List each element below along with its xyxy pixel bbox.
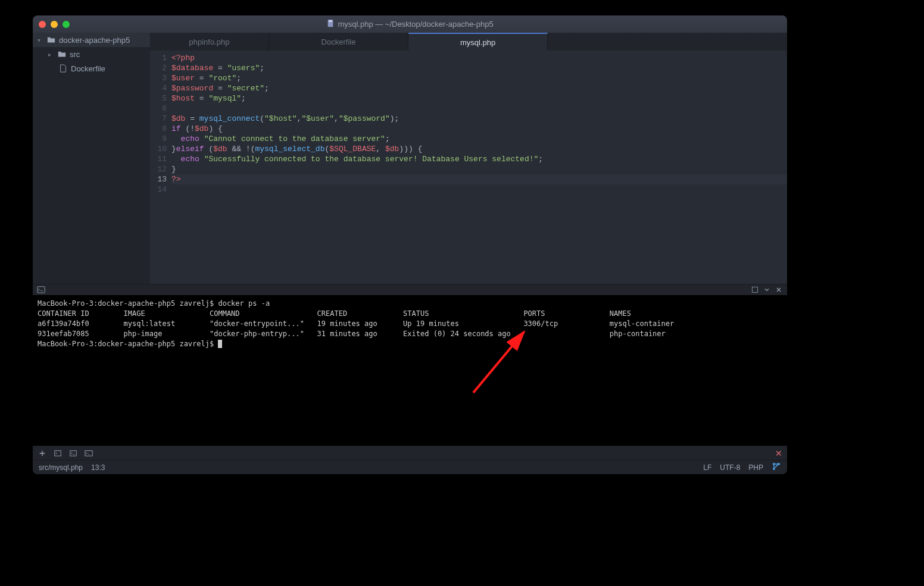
zoom-window-button[interactable]	[63, 21, 70, 28]
tab-dockerfile[interactable]: Dockerfile	[269, 33, 408, 51]
window-title: mysql.php — ~/Desktop/docker-apache-php5	[326, 19, 493, 29]
status-bar: src/mysql.php 13:3 LF UTF-8 PHP	[33, 460, 787, 474]
terminal-tab-icon[interactable]	[53, 449, 63, 458]
folder-icon	[47, 36, 55, 44]
tab-mysql[interactable]: mysql.php	[408, 33, 548, 51]
close-panel-icon[interactable]	[774, 285, 783, 294]
tab-bar: phpinfo.php Dockerfile mysql.php	[150, 33, 787, 51]
status-cursor-position[interactable]: 13:3	[91, 463, 105, 472]
svg-rect-4	[55, 450, 61, 456]
svg-rect-1	[329, 21, 332, 22]
line-number-gutter: 1234567891011121314	[150, 51, 171, 284]
new-terminal-icon[interactable]	[38, 449, 47, 458]
svg-point-7	[773, 463, 775, 465]
minimize-window-button[interactable]	[51, 21, 58, 28]
terminal-tab-icon-2[interactable]	[68, 449, 78, 458]
status-line-ending[interactable]: LF	[703, 463, 711, 472]
svg-point-8	[773, 468, 775, 470]
collapse-panel-icon[interactable]	[762, 285, 772, 294]
editor-window: mysql.php — ~/Desktop/docker-apache-php5…	[33, 15, 787, 474]
tree-item-label: src	[70, 50, 80, 59]
terminal-panel: MacBook-Pro-3:docker-apache-php5 zavrelj…	[33, 284, 787, 460]
terminal-footer: ✕	[33, 446, 787, 460]
status-file-path[interactable]: src/mysql.php	[39, 463, 83, 472]
svg-rect-5	[70, 450, 77, 456]
chevron-down-icon: ▾	[38, 37, 43, 43]
svg-rect-2	[38, 287, 45, 293]
code-editor[interactable]: 1234567891011121314 <?php$database = "us…	[150, 51, 787, 284]
code-content[interactable]: <?php$database = "users";$user = "root";…	[171, 51, 787, 284]
terminal-icon[interactable]	[36, 285, 46, 294]
editor-area: phpinfo.php Dockerfile mysql.php 1234567…	[150, 33, 787, 284]
titlebar[interactable]: mysql.php — ~/Desktop/docker-apache-php5	[33, 15, 787, 33]
svg-rect-3	[753, 287, 758, 293]
svg-rect-6	[85, 450, 92, 456]
tree-item-dockerfile[interactable]: Dockerfile	[33, 61, 150, 76]
file-icon	[59, 64, 67, 73]
file-tree-sidebar[interactable]: ▾ docker-apache-php5 ▸ src	[33, 33, 150, 284]
tree-root[interactable]: ▾ docker-apache-php5	[33, 33, 150, 47]
tree-item-src[interactable]: ▸ src	[33, 47, 150, 61]
terminal-output[interactable]: MacBook-Pro-3:docker-apache-php5 zavrelj…	[33, 295, 787, 446]
tab-phpinfo[interactable]: phpinfo.php	[150, 33, 269, 51]
php-file-icon	[326, 19, 335, 29]
maximize-panel-icon[interactable]	[750, 285, 760, 294]
tree-item-label: Dockerfile	[71, 64, 105, 73]
folder-icon	[58, 50, 66, 58]
terminal-header	[33, 284, 787, 295]
git-branch-icon[interactable]	[772, 462, 781, 473]
close-window-button[interactable]	[39, 21, 46, 28]
close-terminal-icon[interactable]: ✕	[775, 449, 782, 458]
chevron-right-icon: ▸	[48, 51, 54, 58]
terminal-tab-icon-3[interactable]	[84, 449, 93, 458]
status-encoding[interactable]: UTF-8	[720, 463, 740, 472]
status-language[interactable]: PHP	[748, 463, 763, 472]
window-controls	[39, 21, 70, 28]
tree-root-label: docker-apache-php5	[59, 36, 130, 45]
